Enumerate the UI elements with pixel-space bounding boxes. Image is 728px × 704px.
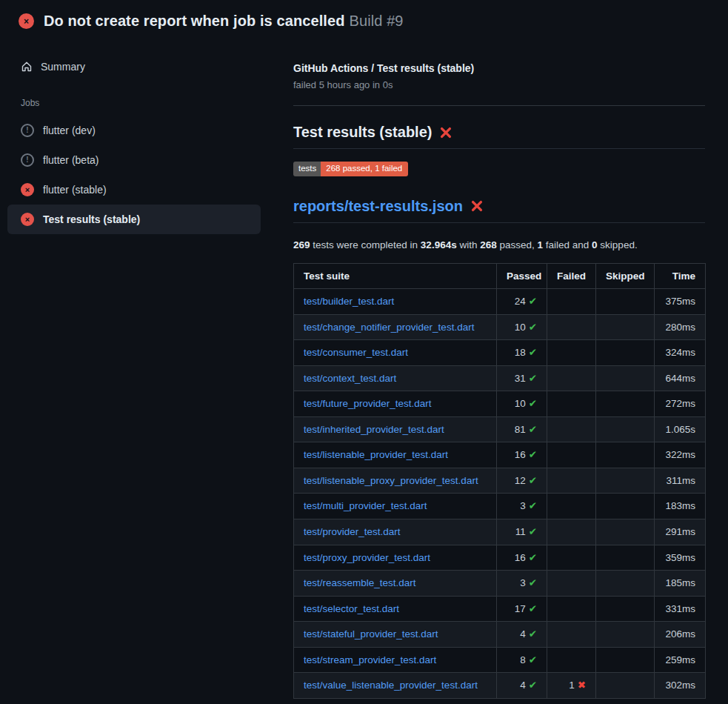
- passed-cell: 3✔: [497, 571, 547, 597]
- table-row: test/reassemble_test.dart3✔185ms: [294, 571, 706, 597]
- suite-link[interactable]: test/future_provider_test.dart: [304, 398, 432, 409]
- build-title-text: Do not create report when job is cancell…: [44, 13, 345, 29]
- suite-cell: test/change_notifier_provider_test.dart: [294, 314, 497, 340]
- skipped-cell: [596, 442, 655, 468]
- suite-link[interactable]: test/multi_provider_test.dart: [304, 500, 427, 511]
- skipped-cell: [596, 673, 655, 699]
- failed-cell: [547, 494, 596, 519]
- failed-cell: [547, 289, 596, 315]
- time-cell: 259ms: [655, 647, 706, 673]
- table-row: test/context_test.dart31✔644ms: [294, 365, 706, 391]
- table-row: test/listenable_provider_test.dart16✔322…: [294, 442, 706, 468]
- suite-link[interactable]: test/stream_provider_test.dart: [304, 654, 436, 665]
- passed-count: 81: [515, 424, 526, 435]
- suite-link[interactable]: test/reassemble_test.dart: [304, 577, 416, 588]
- skipped-cell: [596, 416, 655, 442]
- failed-cell: [547, 545, 596, 571]
- suite-cell: test/proxy_provider_test.dart: [294, 545, 497, 571]
- suite-cell: test/stream_provider_test.dart: [294, 647, 497, 673]
- check-icon: ✔: [529, 500, 537, 511]
- skipped-cell: [596, 545, 655, 571]
- test-results-title: Test results (stable): [293, 124, 432, 141]
- suite-link[interactable]: test/context_test.dart: [304, 373, 396, 384]
- run-status-meta: failed 5 hours ago in 0s: [293, 79, 705, 90]
- warning-icon: !: [21, 124, 34, 137]
- suite-link[interactable]: test/consumer_test.dart: [304, 347, 408, 358]
- suite-cell: test/multi_provider_test.dart: [294, 494, 497, 519]
- suite-link[interactable]: test/builder_test.dart: [304, 296, 394, 307]
- suite-link[interactable]: test/change_notifier_provider_test.dart: [304, 322, 474, 333]
- failed-cell: [547, 571, 596, 597]
- table-header-row: Test suite Passed Failed Skipped Time: [294, 263, 706, 289]
- cross-icon: ✖: [578, 680, 586, 691]
- suite-cell: test/selector_test.dart: [294, 596, 497, 622]
- summary-segment: 269: [293, 239, 310, 250]
- time-cell: 280ms: [655, 314, 706, 340]
- table-row: test/future_provider_test.dart10✔272ms: [294, 391, 706, 417]
- table-row: test/value_listenable_provider_test.dart…: [294, 673, 706, 699]
- report-file-link[interactable]: reports/test-results.json: [293, 198, 463, 215]
- failed-icon: ×: [21, 183, 34, 196]
- sidebar: Summary Jobs !flutter (dev)!flutter (bet…: [0, 40, 275, 234]
- passed-cell: 17✔: [497, 596, 547, 622]
- col-passed: Passed: [497, 263, 547, 289]
- table-row: test/inherited_provider_test.dart81✔1.06…: [294, 416, 706, 442]
- jobs-list: !flutter (dev)!flutter (beta)×flutter (s…: [0, 116, 261, 234]
- badge-value: 268 passed, 1 failed: [321, 162, 408, 176]
- passed-cell: 81✔: [497, 416, 547, 442]
- passed-cell: 3✔: [497, 494, 547, 519]
- suite-link[interactable]: test/proxy_provider_test.dart: [304, 552, 430, 563]
- table-row: test/multi_provider_test.dart3✔183ms: [294, 494, 706, 519]
- check-icon: ✔: [529, 526, 537, 537]
- table-row: test/selector_test.dart17✔331ms: [294, 596, 706, 622]
- check-icon: ✔: [529, 373, 537, 384]
- col-test-suite: Test suite: [294, 263, 497, 289]
- skipped-cell: [596, 622, 655, 648]
- failed-x-icon: [470, 199, 484, 213]
- passed-count: 16: [515, 449, 526, 460]
- suite-link[interactable]: test/value_listenable_provider_test.dart: [304, 680, 478, 691]
- suite-link[interactable]: test/provider_test.dart: [304, 526, 401, 537]
- summary-label: Summary: [41, 61, 85, 73]
- summary-segment: 268: [480, 239, 497, 250]
- sidebar-item-summary[interactable]: Summary: [0, 56, 261, 77]
- sidebar-item-flutter-beta[interactable]: !flutter (beta): [7, 145, 261, 175]
- sidebar-item-test-results-stable[interactable]: ×Test results (stable): [7, 205, 261, 234]
- suite-cell: test/builder_test.dart: [294, 289, 497, 315]
- check-icon: ✔: [529, 628, 537, 640]
- skipped-cell: [596, 647, 655, 673]
- table-row: test/builder_test.dart24✔375ms: [294, 289, 706, 315]
- sidebar-item-flutter-stable[interactable]: ×flutter (stable): [7, 175, 261, 205]
- passed-count: 3: [520, 577, 526, 588]
- suite-link[interactable]: test/inherited_provider_test.dart: [304, 424, 444, 435]
- skipped-cell: [596, 571, 655, 597]
- suite-link[interactable]: test/selector_test.dart: [304, 603, 399, 614]
- main-content: GitHub Actions / Test results (stable) f…: [275, 40, 728, 699]
- check-icon: ✔: [529, 347, 537, 358]
- test-results-table: Test suite Passed Failed Skipped Time te…: [293, 263, 706, 699]
- summary-segment: with: [457, 239, 481, 250]
- check-icon: ✔: [529, 296, 537, 307]
- suite-link[interactable]: test/stateful_provider_test.dart: [304, 628, 438, 640]
- check-icon: ✔: [529, 322, 537, 333]
- passed-count: 4: [520, 628, 526, 640]
- sidebar-item-flutter-dev[interactable]: !flutter (dev): [7, 116, 261, 145]
- passed-cell: 18✔: [497, 340, 547, 366]
- table-body: test/builder_test.dart24✔375mstest/chang…: [294, 289, 706, 699]
- summary-segment: 0: [592, 239, 598, 250]
- failed-cell: [547, 365, 596, 391]
- table-row: test/listenable_proxy_provider_test.dart…: [294, 468, 706, 494]
- passed-cell: 12✔: [497, 468, 547, 494]
- time-cell: 311ms: [655, 468, 706, 494]
- time-cell: 272ms: [655, 391, 706, 417]
- passed-count: 17: [515, 603, 526, 614]
- time-cell: 1.065s: [655, 416, 706, 442]
- table-row: test/stateful_provider_test.dart4✔206ms: [294, 622, 706, 648]
- suite-link[interactable]: test/listenable_proxy_provider_test.dart: [304, 475, 478, 486]
- failed-cell: [547, 622, 596, 648]
- skipped-cell: [596, 468, 655, 494]
- job-label: flutter (beta): [43, 154, 98, 166]
- suite-link[interactable]: test/listenable_provider_test.dart: [304, 449, 448, 460]
- failed-cell: [547, 442, 596, 468]
- job-label: flutter (stable): [43, 184, 107, 196]
